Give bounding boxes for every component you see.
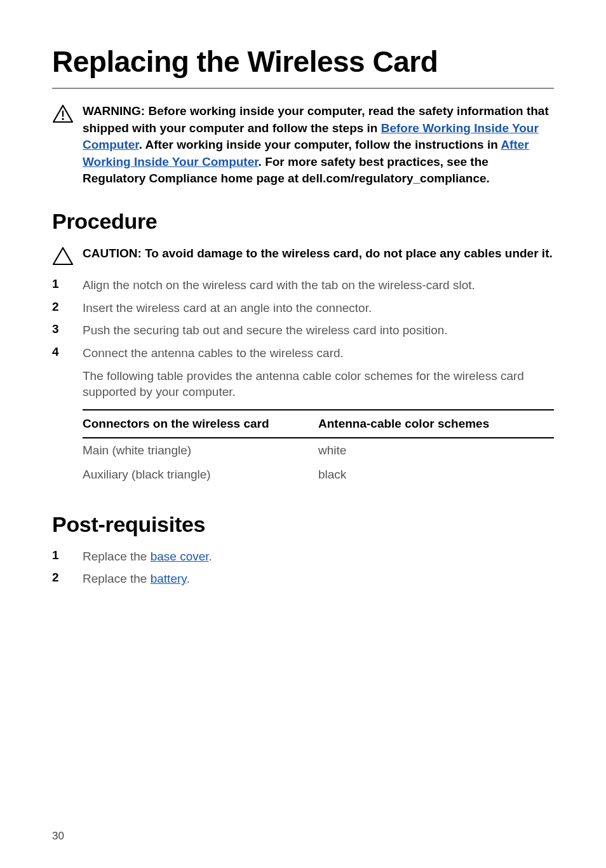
postreq-step-2: 2 Replace the battery. [52, 571, 554, 587]
step4-followup: The following table provides the antenna… [83, 368, 554, 400]
postreq-step-1: 1 Replace the base cover. [52, 548, 554, 565]
table-cell-color: black [318, 463, 554, 487]
page-title: Replacing the Wireless Card [52, 44, 554, 79]
table-row: Auxiliary (black triangle) black [83, 463, 554, 487]
page-number: 30 [52, 830, 64, 843]
caution-block: CAUTION: To avoid damage to the wireless… [52, 245, 554, 266]
step-prefix: Replace the [83, 572, 151, 585]
step-text: Replace the base cover. [83, 548, 212, 565]
step-suffix: . [186, 572, 189, 585]
table-cell-connector: Auxiliary (black triangle) [83, 463, 318, 487]
caution-triangle-icon [52, 247, 74, 266]
step-suffix: . [209, 550, 212, 563]
step-number: 1 [52, 277, 83, 291]
antenna-color-table: Connectors on the wireless card Antenna-… [83, 409, 554, 487]
step-number: 2 [52, 300, 83, 314]
step-text: Replace the battery. [83, 571, 190, 587]
step-text: Connect the antenna cables to the wirele… [83, 345, 344, 362]
procedure-step-2: 2 Insert the wireless card at an angle i… [52, 300, 554, 316]
title-rule [52, 88, 554, 89]
table-header-connectors: Connectors on the wireless card [83, 410, 318, 438]
step-number: 3 [52, 322, 83, 336]
warning-mid1: . After working inside your computer, fo… [139, 138, 501, 151]
postreq-list: 1 Replace the base cover. 2 Replace the … [52, 548, 554, 587]
procedure-step-3: 3 Push the securing tab out and secure t… [52, 322, 554, 339]
svg-point-2 [62, 118, 64, 120]
step-text: Push the securing tab out and secure the… [83, 322, 448, 339]
step-number: 1 [52, 548, 83, 562]
caution-text: CAUTION: To avoid damage to the wireless… [83, 245, 553, 262]
step-text: Insert the wireless card at an angle int… [83, 300, 372, 316]
svg-marker-3 [53, 248, 72, 264]
caution-icon-column [52, 245, 83, 266]
table-row: Main (white triangle) white [83, 438, 554, 463]
procedure-step-1: 1 Align the notch on the wireless card w… [52, 277, 554, 294]
procedure-heading: Procedure [52, 209, 554, 234]
postreq-heading: Post-requisites [52, 512, 554, 537]
warning-triangle-icon [52, 104, 74, 123]
procedure-list: 1 Align the notch on the wireless card w… [52, 277, 554, 362]
procedure-step-4: 4 Connect the antenna cables to the wire… [52, 345, 554, 362]
link-base-cover[interactable]: base cover [151, 550, 209, 563]
step-number: 2 [52, 571, 83, 585]
table-cell-connector: Main (white triangle) [83, 438, 318, 463]
step-number: 4 [52, 345, 83, 359]
warning-text: WARNING: Before working inside your comp… [83, 103, 554, 187]
warning-icon-column [52, 103, 83, 123]
table-cell-color: white [318, 438, 554, 463]
step-prefix: Replace the [83, 550, 151, 563]
table-header-color: Antenna-cable color schemes [318, 410, 554, 438]
warning-block: WARNING: Before working inside your comp… [52, 103, 554, 187]
link-battery[interactable]: battery [151, 572, 187, 585]
step-text: Align the notch on the wireless card wit… [83, 277, 475, 294]
